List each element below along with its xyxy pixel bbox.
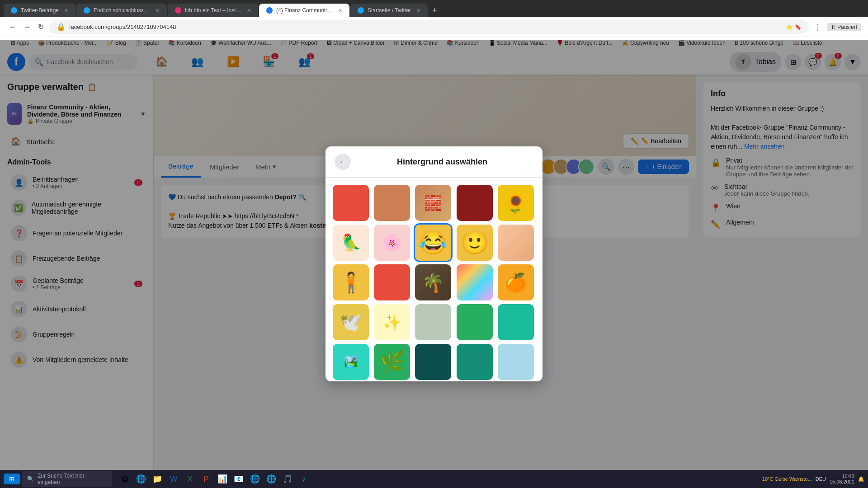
taskbar-icons: ⧉ 🌐 📁 W X P 📊 📧 🌐 🌐 🎵 ♪ xyxy=(118,472,311,486)
taskbar-search[interactable]: 🔍 Zur Suche Text hier eingeben xyxy=(22,471,112,487)
leaf-brown-icon: 🌴 xyxy=(422,272,444,293)
palm-icon: 🌿 xyxy=(380,350,405,374)
bg-item-dark-teal[interactable] xyxy=(415,344,451,380)
bg-item-green[interactable] xyxy=(457,304,493,340)
bg-item-peach[interactable] xyxy=(498,225,534,261)
bg-item-teal-scene[interactable]: 🏞️ xyxy=(333,344,369,380)
bg-item-light-yellow[interactable]: ✨ xyxy=(374,304,410,340)
bg-item-rainbow[interactable] xyxy=(457,264,493,300)
taskbar-powerpoint[interactable]: P xyxy=(199,472,213,486)
floral-icon: 🦜 xyxy=(341,233,361,252)
background-picker-modal: ← Hintergrund auswählen 🧱 🌻 🦜 xyxy=(326,146,542,381)
flower-icon: 🌻 xyxy=(503,191,528,215)
taskbar-word[interactable]: W xyxy=(166,472,181,486)
taskbar-excel[interactable]: X xyxy=(183,472,197,486)
extensions-button[interactable]: ⋮ xyxy=(812,21,823,33)
taskbar-unknown3[interactable]: 🎵 xyxy=(280,472,295,486)
pause-extension: ⏸ Pausiert xyxy=(827,23,861,31)
taskbar-edge2[interactable]: 🌐 xyxy=(264,472,278,486)
bg-item-leaf-brown[interactable]: 🌴 xyxy=(415,264,451,300)
bg-item-tan[interactable]: 🧱 xyxy=(415,185,451,221)
taskbar-search-icon: 🔍 xyxy=(27,476,34,482)
teal-scene-icon: 🏞️ xyxy=(344,356,358,368)
bg-item-floral[interactable]: 🦜 xyxy=(333,225,369,261)
bg-item-red[interactable] xyxy=(333,185,369,221)
background-grid: 🧱 🌻 🦜 🌸 😂 🙂 xyxy=(333,185,535,380)
bg-item-sage[interactable] xyxy=(415,304,451,340)
tab-twitter-posts[interactable]: Twitter-Beiträge ✕ xyxy=(4,4,75,17)
taskbar-edge[interactable]: 🌐 xyxy=(134,472,148,486)
bg-item-dove[interactable]: 🕊️ xyxy=(333,304,369,340)
taskbar-explorer[interactable]: 📁 xyxy=(150,472,165,486)
bg-item-dark-red[interactable] xyxy=(457,185,493,221)
laughing-emoji-icon: 😂 xyxy=(419,230,447,256)
reload-button[interactable]: ↻ xyxy=(36,21,46,33)
dove-icon: 🕊️ xyxy=(340,312,362,333)
taskbar-taskview[interactable]: ⧉ xyxy=(118,472,132,486)
taskbar-unknown1[interactable]: 📊 xyxy=(215,472,230,486)
bg-item-pink-leaves[interactable]: 🌸 xyxy=(374,225,410,261)
notification-center-icon[interactable]: 🔔 xyxy=(858,476,864,482)
bg-item-silhouette[interactable]: 🧍 xyxy=(333,264,369,300)
tab-bar: Twitter-Beiträge ✕ Endlich schulschluss … xyxy=(0,0,868,17)
orange-slice-icon: 🍊 xyxy=(505,272,527,293)
bg-item-mint[interactable] xyxy=(498,304,534,340)
pink-leaves-icon: 🌸 xyxy=(382,233,402,252)
bg-item-palm[interactable]: 🌿 xyxy=(374,344,410,380)
address-bar: ← → ↻ 🔒 facebook.com/groups/214827109704… xyxy=(0,17,868,37)
forward-button[interactable]: → xyxy=(22,21,33,33)
browser-actions: ⋮ ⏸ Pausiert xyxy=(812,21,861,33)
tab-twitter-new[interactable]: Endlich schulschluss - New Twit... ✕ xyxy=(76,4,167,17)
bg-item-smile[interactable]: 🙂 xyxy=(457,225,493,261)
modal-title: Hintergrund auswählen xyxy=(351,157,533,167)
bg-item-orange[interactable] xyxy=(374,185,410,221)
start-button[interactable]: ⊞ xyxy=(4,474,20,484)
language-indicator: DEU xyxy=(816,476,826,482)
smile-emoji-icon: 🙂 xyxy=(461,230,489,256)
bg-item-laughing[interactable]: 😂 xyxy=(415,225,451,261)
light-yellow-icon: ✨ xyxy=(383,314,401,331)
close-tab-3[interactable]: ✕ xyxy=(247,8,251,14)
modal-body: 🧱 🌻 🦜 🌸 😂 🙂 xyxy=(326,178,542,381)
taskbar-chrome[interactable]: 🌐 xyxy=(248,472,262,486)
taskbar-clock: 10:43 15.06.2021 xyxy=(830,474,854,484)
tab-instagram[interactable]: Ich bin ein Text – Instagram-Bei... ✕ xyxy=(168,4,258,17)
bg-item-orange-slice[interactable]: 🍊 xyxy=(498,264,534,300)
modal-header: ← Hintergrund auswählen xyxy=(326,146,542,178)
tab-facebook-group[interactable]: (4) Finanz Community - Aktien,... ✕ xyxy=(259,4,349,17)
tab-twitter-home[interactable]: Startseite / Twitter ✕ xyxy=(350,4,428,17)
tan-pattern-icon: 🧱 xyxy=(424,194,442,211)
modal-overlay: ← Hintergrund auswählen 🧱 🌻 🦜 xyxy=(0,40,868,488)
bg-item-pure-orange[interactable] xyxy=(374,264,410,300)
weather-notification: 10°C Gelbe Warnstu... xyxy=(762,476,812,482)
taskbar: ⊞ 🔍 Zur Suche Text hier eingeben ⧉ 🌐 📁 W… xyxy=(0,470,868,488)
new-tab-button[interactable]: + xyxy=(429,4,441,17)
url-bar[interactable]: 🔒 facebook.com/groups/214827109704148 ⭐ … xyxy=(49,20,809,34)
bg-item-light-blue[interactable] xyxy=(498,344,534,380)
close-tab-1[interactable]: ✕ xyxy=(64,8,68,14)
taskbar-right: 10°C Gelbe Warnstu... DEU 10:43 15.06.20… xyxy=(762,474,864,484)
modal-back-button[interactable]: ← xyxy=(335,154,351,170)
taskbar-spotify[interactable]: ♪ xyxy=(297,472,311,486)
bg-item-yellow-flower[interactable]: 🌻 xyxy=(498,185,534,221)
close-tab-2[interactable]: ✕ xyxy=(156,8,160,14)
back-button[interactable]: ← xyxy=(7,21,18,33)
bg-item-teal[interactable] xyxy=(457,344,493,380)
silhouette-icon: 🧍 xyxy=(339,271,363,294)
close-tab-4[interactable]: ✕ xyxy=(338,8,342,14)
taskbar-unknown2[interactable]: 📧 xyxy=(231,472,246,486)
close-tab-5[interactable]: ✕ xyxy=(416,8,420,14)
